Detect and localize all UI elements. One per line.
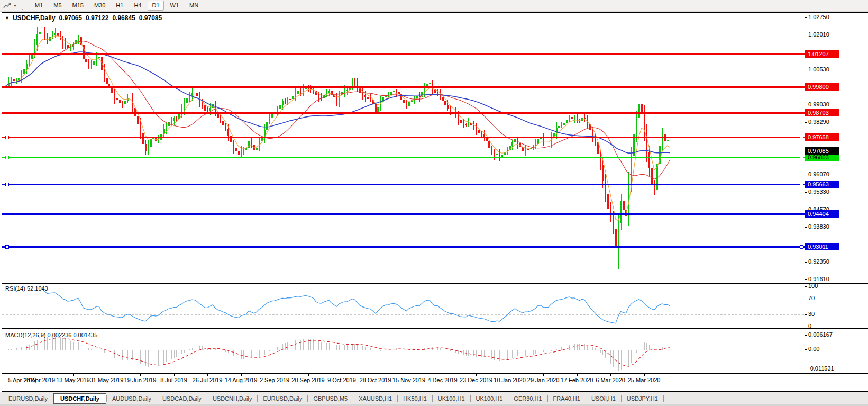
hline-handle[interactable] [5, 246, 8, 249]
symbol-tab-USOil-H1[interactable]: USOil,H1 [586, 393, 621, 404]
symbol-tab-UK100-H1[interactable]: UK100,H1 [471, 393, 508, 404]
level-price-label: 1.01207 [805, 50, 839, 58]
symbol-tab-USDCHF-Daily[interactable]: USDCHF,Daily [53, 393, 106, 404]
chart-symbol: USDCHF,Daily [13, 14, 56, 22]
hline-handle[interactable] [800, 156, 803, 159]
price-axis-tick: 0.91610 [808, 276, 829, 283]
symbol-tab-GBPUSD-M5[interactable]: GBPUSD,M5 [308, 393, 353, 404]
level-price-label: 0.96803 [805, 154, 839, 161]
price-axis-tick: 0.98290 [808, 119, 829, 125]
chart-dropdown-icon[interactable]: ▼ [5, 15, 10, 21]
timeframe-button-D1[interactable]: D1 [148, 1, 163, 11]
rsi-axis-tick: 30 [808, 311, 815, 318]
rsi-name: RSI(14) [5, 285, 25, 292]
hline-handle[interactable] [5, 156, 8, 159]
toolbar: ▼ M1M5M15M30H1H4D1W1MN [0, 0, 868, 12]
level-price-label: 0.95663 [805, 181, 839, 188]
macd-axis-tick: 0.006167 [808, 331, 833, 338]
current-price-label: 0.97085 [805, 147, 839, 155]
symbol-tab-EURUSD-Daily[interactable]: EURUSD,Daily [3, 393, 53, 404]
level-price-label: 0.98703 [805, 109, 839, 116]
macd-main-value: 0.002236 [47, 332, 71, 338]
timeframe-button-MN[interactable]: MN [185, 1, 203, 11]
macd-histogram [6, 337, 670, 372]
timeframe-buttons: M1M5M15M30H1H4D1W1MN [30, 1, 204, 11]
price-axis-tick: 0.92350 [808, 258, 829, 265]
hline-handle[interactable] [5, 183, 8, 186]
price-axis-tick: 0.93830 [808, 223, 829, 230]
price-axis-tick: 0.95330 [808, 188, 829, 195]
ohlc-open: 0.97065 [59, 14, 82, 22]
symbol-tab-USDCAD-Daily[interactable]: USDCAD,Daily [157, 393, 207, 404]
ohlc-high: 0.97122 [86, 14, 108, 22]
cursor-tool-dropdown-icon[interactable]: ▼ [13, 4, 19, 7]
level-price-label: 0.94404 [805, 210, 839, 218]
symbol-tab-USDJPY-H1[interactable]: USDJPY,H1 [622, 393, 663, 404]
symbol-tab-GER30-H1[interactable]: GER30,H1 [508, 393, 547, 404]
hline-handle[interactable] [800, 136, 803, 139]
symbol-tab-FRA40-H1[interactable]: FRA40,H1 [548, 393, 586, 404]
rsi-line [42, 287, 670, 323]
macd-axis-tick: 0.00 [808, 346, 819, 353]
toolbar-grip [22, 2, 25, 10]
rsi-axis-tick: 0 [808, 323, 811, 330]
timeframe-button-M15[interactable]: M15 [68, 1, 88, 11]
macd-axis-tick: -0.011531 [808, 365, 834, 372]
symbol-tab-UK100-H1[interactable]: UK100,H1 [433, 393, 470, 404]
timeframe-button-M1[interactable]: M1 [31, 1, 47, 11]
symbol-tab-bar: EURUSD,DailyUSDCHF,DailyAUDUSD,DailyUSDC… [0, 392, 868, 404]
hline-handle[interactable] [5, 136, 8, 139]
symbol-tab-EURUSD-Daily[interactable]: EURUSD,Daily [258, 393, 307, 404]
macd-name: MACD(12,26,9) [5, 332, 45, 338]
price-axis-tick: 0.96070 [808, 171, 829, 178]
timeframe-button-H4[interactable]: H4 [130, 1, 145, 11]
symbol-tab-AUDUSD-Daily[interactable]: AUDUSD,Daily [107, 393, 157, 404]
rsi-axis-tick: 100 [808, 283, 818, 290]
price-axis-tick: 1.00530 [808, 66, 829, 73]
timeframe-button-M30[interactable]: M30 [90, 1, 109, 11]
macd-label: MACD(12,26,9) 0.002236 0.001435 [5, 332, 97, 338]
rsi-label: RSI(14) 52.1043 [5, 285, 48, 292]
price-axis-tick: 1.02010 [808, 31, 829, 38]
rsi-value: 52.1043 [27, 285, 48, 292]
symbol-tab-USDCNH-Daily[interactable]: USDCNH,Daily [207, 393, 258, 404]
level-price-label: 0.99800 [805, 83, 839, 91]
chart-canvas[interactable] [0, 0, 868, 406]
hline-handle[interactable] [800, 246, 803, 249]
rsi-axis-tick: 70 [808, 295, 815, 302]
timeframe-button-W1[interactable]: W1 [166, 1, 184, 11]
candlestick-series [5, 27, 671, 279]
price-axis-tick: 0.99030 [808, 101, 829, 108]
macd-signal-line [26, 338, 670, 366]
ma-line-5 [6, 36, 670, 221]
price-axis-tick: 1.02750 [808, 14, 829, 21]
level-price-label: 0.97658 [805, 133, 839, 141]
ma-line-21 [6, 41, 670, 179]
ohlc-low: 0.96845 [112, 14, 135, 22]
timeframe-button-H1[interactable]: H1 [112, 1, 127, 11]
level-price-label: 0.93011 [805, 243, 839, 250]
date-axis-label: 25 Mar 2020 [623, 377, 665, 383]
macd-signal-value: 0.001435 [73, 332, 97, 338]
symbol-tab-HK50-H1[interactable]: HK50,H1 [398, 393, 432, 404]
timeframe-button-M5[interactable]: M5 [49, 1, 66, 11]
ohlc-close: 0.97085 [139, 14, 162, 22]
symbol-tab-XAUUSD-H1[interactable]: XAUUSD,H1 [353, 393, 397, 404]
chart-title[interactable]: ▼ USDCHF,Daily 0.97065 0.97122 0.96845 0… [5, 14, 162, 22]
cursor-tool-icon[interactable] [2, 1, 13, 10]
hline-handle[interactable] [800, 183, 803, 186]
